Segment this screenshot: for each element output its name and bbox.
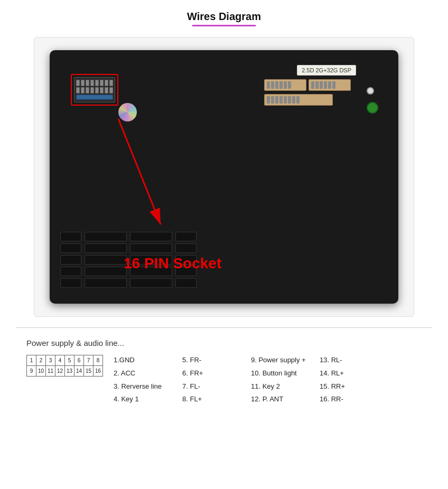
pin-grid-cell: 15 [84,366,94,377]
pin-grid-cell: 4 [55,355,65,366]
page-wrapper: Wires Diagram 2.5D 2G+32G DSP [0,0,448,489]
cp11 [328,81,331,89]
vent-20 [175,278,197,288]
pin-grid-cell: 6 [74,355,84,366]
pin-grid-cell: 14 [74,366,84,377]
cp1 [267,81,270,89]
cp17 [284,96,287,104]
pin-14 [100,87,104,93]
diagram-area: 2.5D 2G+32G DSP [34,37,414,317]
pin-row-top [76,80,113,86]
vent-7 [85,243,127,253]
cp18 [288,96,291,104]
vent-1 [60,232,81,241]
pin-entry: 3. Rerverse line [114,381,172,392]
pin-entry: 16. RR- [320,394,378,405]
pin-grid-cell: 1 [27,355,36,366]
cp16 [279,96,283,104]
screw-1 [367,87,374,95]
cp7 [311,81,314,89]
cp9 [320,81,323,89]
pin-col-1: 1.GND2. ACC3. Rerverse line4. Key 1 [114,355,172,405]
bottom-section: Power supply & audio line... 12345678 91… [16,333,432,410]
pin-grid-cell: 12 [55,366,65,377]
pin-grid-cell: 9 [27,366,36,377]
pin-entry: 11. Key 2 [251,381,309,392]
vents-area [60,232,388,288]
title-underline [192,25,256,26]
cp12 [332,81,335,89]
connector-row-2 [264,94,351,106]
pin-grid-table: 12345678 910111213141516 [26,355,103,377]
pin-9 [76,87,80,93]
pin-5 [95,80,99,86]
vent-group-1 [60,232,81,288]
connector-3 [264,94,333,106]
antenna-area [367,87,378,114]
cp14 [271,96,274,104]
pin-entry: 15. RR+ [320,381,378,392]
connector-1 [264,79,306,91]
pin-1 [76,80,80,86]
pin-grid-cell: 5 [65,355,74,366]
svg-line-1 [118,119,161,224]
pin-entry: 2. ACC [114,368,172,379]
cp4 [279,81,283,89]
pin-grid-cell: 11 [46,366,55,377]
pin-entry: 13. RL- [320,355,378,366]
pin-col-4: 13. RL-14. RL+15. RR+16. RR- [320,355,378,405]
connector-2 [309,79,351,91]
pin-3 [86,80,89,86]
pin-grid-cell: 2 [36,355,46,366]
pin-6 [100,80,104,86]
pin-grid-cell: 7 [84,355,94,366]
pin-socket-label: 16 PIN Socket [124,255,221,272]
vent-17 [175,243,197,253]
vent-9 [85,267,127,276]
pin-definitions: 1.GND2. ACC3. Rerverse line4. Key 1 5. F… [114,355,422,405]
sticker-label: 2.5D 2G+32G DSP [297,65,356,76]
pin-col-3: 9. Power supply +10. Button light11. Key… [251,355,309,405]
divider-1 [16,327,432,328]
vent-6 [85,232,127,241]
pin-grid-cell: 13 [65,366,74,377]
pin-4 [90,80,94,86]
pin-entry: 7. FL- [182,381,240,392]
vent-15 [130,278,172,288]
pin-grid-cell: 16 [94,366,103,377]
pin-grid-row-2: 910111213141516 [27,366,103,377]
pin-13 [95,87,99,93]
vent-group-2 [85,232,127,288]
vent-11 [130,232,172,241]
pin-entry: 5. FR- [182,355,240,366]
cp19 [292,96,295,104]
cp3 [275,81,278,89]
pin-16 [109,87,113,93]
pin-grid-wrapper: 12345678 910111213141516 [26,355,103,377]
cp10 [324,81,327,89]
vent-4 [60,267,81,276]
wiring-info: 12345678 910111213141516 1.GND2. ACC3. R… [26,355,422,405]
pin-entry: 8. FL+ [182,394,240,405]
pin-row-bottom [76,87,113,93]
pin-entry: 1.GND [114,355,172,366]
pin-15 [105,87,108,93]
cp6 [288,81,291,89]
green-cap [367,102,378,114]
vent-3 [60,255,81,265]
pin-entry: 12. P. ANT [251,394,309,405]
cp5 [284,81,287,89]
vent-10 [85,278,127,288]
section-subtitle: Power supply & audio line... [26,338,422,347]
pin-socket-area [71,74,118,106]
pin-grid-cell: 10 [36,366,46,377]
holo-sticker [118,103,137,121]
vent-8 [85,255,127,265]
pin-10 [81,87,85,93]
pin-entry: 4. Key 1 [114,394,172,405]
pin-12 [90,87,94,93]
vent-2 [60,243,81,253]
pin-2 [81,80,85,86]
pin-col-2: 5. FR-6. FR+7. FL-8. FL+ [182,355,240,405]
pin-grid-row-1: 12345678 [27,355,103,366]
